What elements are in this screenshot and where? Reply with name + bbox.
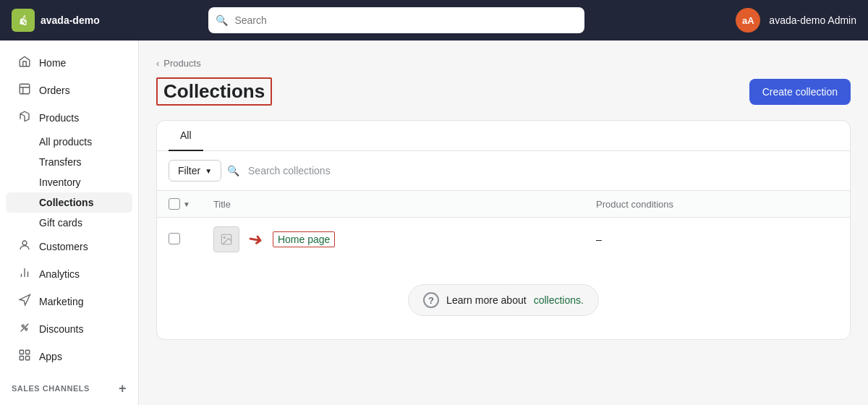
svg-rect-0 [20, 84, 30, 94]
learn-more-text: Learn more about [446, 294, 527, 306]
red-arrow-annotation: ➜ [247, 228, 265, 250]
page-title: Collections [156, 77, 272, 106]
tab-all[interactable]: All [169, 121, 203, 151]
collections-card: All Filter ▼ 🔍 [156, 120, 851, 340]
sidebar-item-products[interactable]: Products [6, 104, 132, 132]
marketing-icon [17, 294, 32, 310]
row-title-cell: ➜ Home page [202, 218, 584, 262]
shopify-icon [12, 9, 35, 32]
avatar[interactable]: aA [736, 8, 760, 33]
admin-name: avada-demo Admin [769, 14, 856, 26]
sales-channels-section: SALES CHANNELS + Online Store [0, 373, 138, 405]
search-collections-input[interactable] [242, 162, 838, 179]
sidebar-sub-all-products[interactable]: All products [6, 132, 132, 152]
sidebar-sub-inventory[interactable]: Inventory [6, 172, 132, 192]
filter-label: Filter [178, 165, 200, 176]
svg-point-11 [224, 236, 225, 238]
analytics-icon [17, 266, 32, 282]
sidebar-item-home[interactable]: Home [6, 49, 132, 77]
checkbox-dropdown-icon[interactable]: ▼ [183, 200, 190, 208]
sidebar-item-marketing-label: Marketing [39, 296, 83, 307]
search-bar: 🔍 [208, 7, 584, 33]
svg-rect-4 [20, 350, 23, 354]
svg-point-1 [22, 241, 27, 245]
search-input[interactable] [208, 7, 584, 33]
filter-dropdown-icon: ▼ [205, 167, 212, 175]
customers-icon [17, 239, 32, 255]
row-checkbox-cell [157, 218, 202, 262]
search-icon: 🔍 [216, 14, 228, 26]
conditions-column-header: Product conditions [584, 191, 850, 218]
sidebar-item-orders-label: Orders [39, 85, 70, 96]
topnav-right: aA avada-demo Admin [736, 8, 856, 33]
sidebar-item-marketing[interactable]: Marketing [6, 288, 132, 315]
filter-bar: Filter ▼ 🔍 [157, 151, 850, 191]
learn-more-link[interactable]: collections. [534, 294, 584, 306]
collections-label: Collections [39, 197, 93, 208]
discounts-icon [17, 321, 32, 337]
apps-icon [17, 349, 32, 364]
learn-more-section: ? Learn more about collections. [157, 261, 850, 339]
table-header-row: ▼ Title Product conditions [157, 191, 850, 218]
online-store-row: Online Store [6, 398, 132, 405]
main-content: ‹ Products Collections Create collection… [139, 40, 868, 405]
all-products-label: All products [39, 136, 92, 148]
sidebar-item-apps-label: Apps [39, 351, 62, 362]
sidebar-sub-transfers[interactable]: Transfers [6, 152, 132, 172]
row-conditions-cell: – [584, 218, 850, 262]
sidebar-item-customers-label: Customers [39, 241, 88, 252]
add-sales-channel-button[interactable]: + [119, 382, 127, 395]
sidebar-item-orders[interactable]: Orders [6, 77, 132, 104]
svg-point-3 [25, 328, 27, 331]
help-icon: ? [423, 292, 439, 308]
top-navigation: avada-demo 🔍 aA avada-demo Admin [0, 0, 868, 40]
breadcrumb-arrow: ‹ [156, 58, 159, 69]
sidebar-item-discounts[interactable]: Discounts [6, 315, 132, 343]
page-header: Collections Create collection [156, 77, 851, 106]
sidebar-item-discounts-label: Discounts [39, 323, 83, 335]
title-column-header: Title [202, 191, 584, 218]
title-cell: ➜ Home page [213, 226, 573, 252]
collections-table: ▼ Title Product conditions [157, 191, 850, 261]
svg-point-2 [22, 325, 24, 327]
home-icon [17, 55, 32, 71]
filter-button[interactable]: Filter ▼ [169, 160, 221, 182]
sidebar-item-analytics[interactable]: Analytics [6, 260, 132, 288]
table-row: ➜ Home page – [157, 218, 850, 262]
search-collections-icon: 🔍 [227, 165, 239, 176]
breadcrumb[interactable]: ‹ Products [156, 58, 851, 69]
sidebar-item-products-label: Products [39, 112, 79, 124]
sidebar: Home Orders Products All products Transf… [0, 40, 139, 405]
products-icon [17, 110, 32, 126]
sidebar-item-analytics-label: Analytics [39, 268, 80, 280]
sidebar-main-nav: Home Orders Products All products Transf… [0, 49, 138, 370]
transfers-label: Transfers [39, 156, 82, 168]
row-checkbox[interactable] [169, 233, 180, 244]
breadcrumb-text: Products [163, 58, 200, 69]
sidebar-sub-gift-cards[interactable]: Gift cards [6, 213, 132, 233]
sidebar-sub-collections[interactable]: Collections [6, 192, 132, 213]
brand-name: avada-demo [41, 14, 100, 26]
svg-rect-7 [26, 357, 30, 360]
collection-link[interactable]: Home page [273, 231, 335, 247]
checkbox-header: ▼ [157, 191, 202, 218]
collection-thumbnail [213, 226, 239, 252]
inventory-label: Inventory [39, 176, 81, 188]
tabs-bar: All [157, 121, 850, 151]
brand-logo[interactable]: avada-demo [12, 9, 127, 32]
sidebar-item-apps[interactable]: Apps [6, 343, 132, 370]
orders-icon [17, 82, 32, 98]
sales-channels-label: SALES CHANNELS + [0, 373, 138, 398]
sidebar-item-customers[interactable]: Customers [6, 233, 132, 260]
sidebar-item-home-label: Home [39, 57, 66, 69]
create-collection-button[interactable]: Create collection [749, 79, 851, 105]
svg-rect-6 [20, 357, 23, 360]
gift-cards-label: Gift cards [39, 217, 82, 229]
svg-rect-5 [26, 350, 30, 354]
select-all-checkbox[interactable] [169, 198, 180, 210]
learn-more-box: ? Learn more about collections. [408, 284, 599, 316]
